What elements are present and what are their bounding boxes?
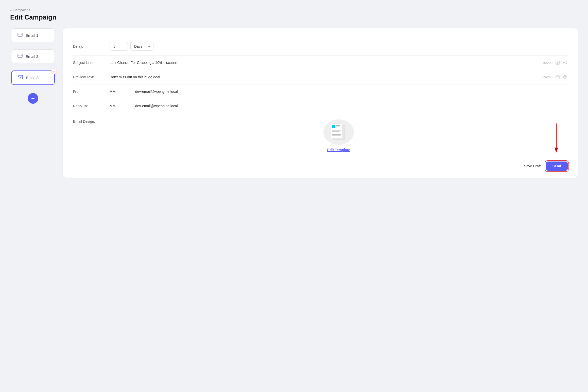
main-layout: Email 1 Email 2 Email 3 [10,28,578,178]
subject-line-label: Subject Line: [73,61,103,65]
from-divider [130,89,130,94]
page-title: Edit Campaign [10,13,578,21]
sidebar: Email 1 Email 2 Email 3 [10,28,56,104]
svg-rect-25 [332,125,335,128]
reply-to-email: dev-email@wpengine.local [135,104,568,108]
svg-rect-33 [332,137,339,137]
save-draft-button[interactable]: Save Draft [524,164,541,168]
delay-inputs: Days Hours Weeks [110,42,153,51]
subject-line-row: Subject Line: Last Chance For Grabbing a… [73,56,568,70]
reply-to-divider [130,103,130,109]
preview-ai-icon[interactable] [563,75,568,80]
subject-line-count: 40/200 [542,61,552,65]
subject-line-value: Last Chance For Grabbing a 40% discount! [110,61,542,65]
svg-point-16 [565,77,565,77]
reply-to-row: Reply To: MM dev-email@wpengine.local [73,99,568,113]
subject-line-meta: 40/200 [542,60,568,65]
action-bar: Save Draft Send [73,157,568,171]
delay-number-input[interactable] [110,42,128,51]
preview-text-label: Preview Text: [73,75,103,79]
connector-1 [33,42,33,49]
email-card-2[interactable]: Email 2 [11,49,55,63]
preview-text-value: Don't miss out on this huge deal. [110,75,542,79]
edit-template-button[interactable]: Edit Template [327,148,350,152]
email-card-1[interactable]: Email 1 [11,28,55,42]
svg-rect-29 [332,130,341,131]
email-design-row: Email Design: [73,113,568,155]
template-thumbnail [323,119,354,145]
connector-2 [33,63,33,70]
email-1-label: Email 1 [26,33,38,38]
preview-text-row: Preview Text: Don't miss out on this hug… [73,70,568,84]
template-preview: Edit Template [110,119,568,152]
delete-badge[interactable] [51,68,57,74]
svg-rect-30 [332,131,340,132]
svg-rect-31 [332,134,341,135]
delay-unit-select[interactable]: Days Hours Weeks [130,42,153,51]
send-button[interactable]: Send [546,162,568,171]
breadcrumb-arrow: « [10,8,12,12]
svg-rect-28 [332,129,341,129]
from-row: From: MM dev-email@wpengine.local [73,84,568,99]
svg-marker-35 [555,148,558,153]
from-label: From: [73,90,103,94]
add-icon: + [31,95,35,102]
svg-rect-0 [18,33,22,37]
from-email: dev-email@wpengine.local [135,90,568,94]
subject-ai-icon[interactable] [563,60,568,65]
delay-label: Delay: [73,44,103,48]
mail-icon-2 [18,54,23,59]
breadcrumb-parent[interactable]: Campaigns [13,8,30,12]
subject-list-icon[interactable] [555,60,560,65]
svg-rect-32 [332,135,341,136]
breadcrumb: « Campaigns [10,8,578,12]
email-design-label: Email Design: [73,119,103,123]
preview-list-icon[interactable] [555,75,560,80]
email-2-label: Email 2 [26,54,38,59]
from-name: MM [110,90,125,94]
connector-3 [33,85,33,92]
reply-to-label: Reply To: [73,104,103,108]
content-panel: Delay: Days Hours Weeks Subject Line: La… [63,28,578,178]
preview-text-count: 33/200 [542,75,552,79]
preview-text-meta: 33/200 [542,75,568,80]
delay-row: Delay: Days Hours Weeks [73,38,568,56]
arrow-annotation [550,123,563,155]
svg-rect-27 [336,127,339,127]
svg-rect-1 [18,54,22,58]
mail-icon-3 [18,75,23,80]
svg-rect-2 [18,75,23,79]
email-3-label: Email 3 [26,76,39,80]
svg-rect-26 [336,125,340,126]
add-email-button[interactable]: + [28,93,38,104]
svg-point-10 [565,62,565,63]
mail-icon-1 [18,33,23,38]
reply-to-name: MM [110,104,125,108]
email-card-3[interactable]: Email 3 [11,70,55,85]
svg-rect-4 [53,71,55,71]
